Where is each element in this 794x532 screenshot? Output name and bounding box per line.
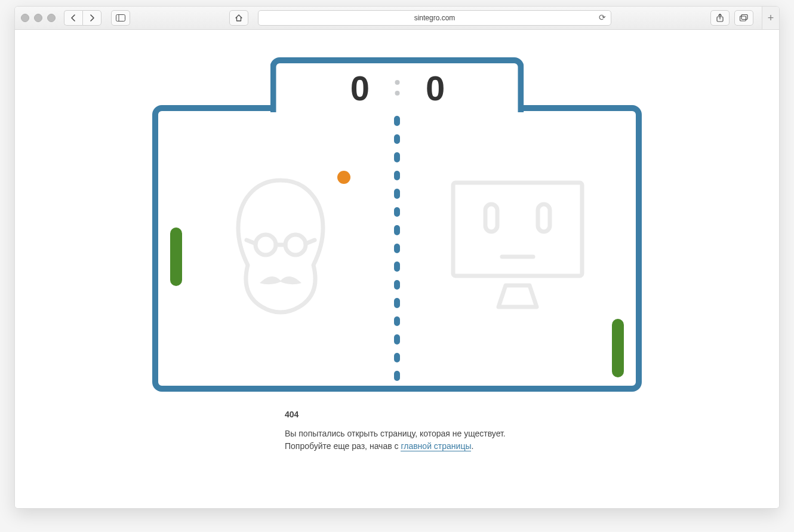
titlebar: sintegro.com ⟳ + bbox=[15, 7, 779, 30]
reload-icon[interactable]: ⟳ bbox=[599, 13, 606, 22]
score-separator-icon bbox=[395, 80, 399, 96]
svg-rect-11 bbox=[485, 204, 497, 232]
home-button[interactable] bbox=[229, 10, 248, 26]
pong-game[interactable]: 0 0 bbox=[152, 57, 642, 392]
error-code: 404 bbox=[285, 408, 642, 422]
error-line-2: Попробуйте еще раз, начав с главной стра… bbox=[285, 440, 642, 453]
tabs-button[interactable] bbox=[734, 10, 753, 26]
svg-rect-10 bbox=[453, 183, 582, 276]
close-window-icon[interactable] bbox=[21, 14, 29, 22]
svg-line-8 bbox=[247, 240, 256, 244]
computer-monitor-icon bbox=[451, 180, 584, 309]
paddle-left[interactable] bbox=[170, 227, 182, 286]
address-bar-text: sintegro.com bbox=[414, 14, 456, 22]
address-bar[interactable]: sintegro.com ⟳ bbox=[258, 10, 611, 26]
browser-window: sintegro.com ⟳ + 0 0 bbox=[14, 6, 780, 509]
new-tab-button[interactable]: + bbox=[762, 7, 779, 29]
minimize-window-icon[interactable] bbox=[34, 14, 42, 22]
svg-rect-3 bbox=[740, 16, 746, 21]
traffic-lights bbox=[21, 14, 56, 22]
score-right: 0 bbox=[426, 68, 444, 108]
score-left: 0 bbox=[350, 68, 368, 108]
share-button[interactable] bbox=[710, 10, 730, 26]
paddle-right bbox=[612, 319, 624, 377]
svg-rect-0 bbox=[116, 15, 125, 21]
svg-rect-4 bbox=[741, 15, 747, 20]
toolbar-right bbox=[710, 10, 753, 26]
nav-buttons bbox=[64, 10, 101, 26]
svg-rect-12 bbox=[538, 204, 550, 232]
zoom-window-icon[interactable] bbox=[47, 14, 56, 22]
svg-line-9 bbox=[306, 240, 315, 244]
page-content: 0 0 bbox=[15, 30, 779, 508]
human-head-icon bbox=[226, 177, 335, 315]
sidebar-toggle-button[interactable] bbox=[111, 10, 130, 26]
svg-point-6 bbox=[285, 235, 306, 255]
scoreboard: 0 0 bbox=[270, 57, 524, 112]
center-net-icon bbox=[394, 116, 400, 381]
back-button[interactable] bbox=[64, 10, 82, 26]
ball bbox=[337, 171, 350, 184]
error-line-1: Вы попытались открыть страницу, которая … bbox=[285, 428, 642, 441]
svg-point-5 bbox=[256, 235, 276, 255]
forward-button[interactable] bbox=[82, 10, 101, 26]
game-arena[interactable] bbox=[152, 105, 642, 392]
error-message: 404 Вы попытались открыть страницу, кото… bbox=[152, 408, 642, 453]
home-link[interactable]: главной страницы bbox=[401, 441, 471, 451]
